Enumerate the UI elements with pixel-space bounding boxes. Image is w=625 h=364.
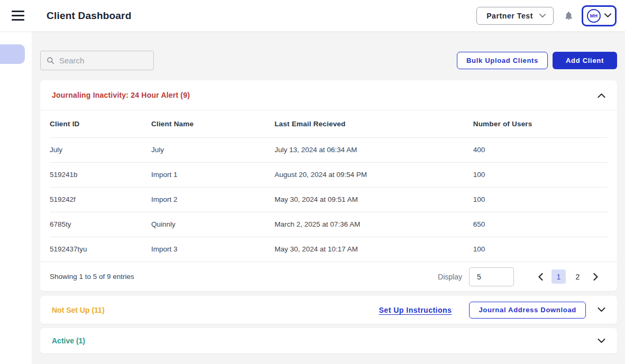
not-set-up-card: Not Set Up (11) Set Up Instructions Jour… [40,296,617,324]
user-account-menu[interactable]: MH [582,5,617,26]
expand-chevron-down-icon[interactable] [598,339,605,343]
search-input[interactable] [59,56,148,65]
left-sidebar [0,32,32,364]
sidebar-active-item-indicator[interactable] [0,44,25,64]
page-body: Bulk Upload Clients Add Client Journalin… [0,32,625,364]
col-last-email: Last Email Recieved [274,110,473,137]
clients-table-wrap: Client ID Client Name Last Email Recieve… [40,110,617,262]
table-row[interactable]: 519242f Import 2 May 30, 2024 at 09:51 A… [50,187,608,212]
main-content: Bulk Upload Clients Add Client Journalin… [32,32,625,364]
cell-client-id: July [50,137,151,162]
col-client-id: Client ID [50,110,151,137]
search-icon [47,56,54,65]
table-row[interactable]: 519241b Import 1 August 20, 2024 at 09:5… [50,162,608,187]
table-header-row: Client ID Client Name Last Email Recieve… [50,110,608,137]
col-number-users: Number of Users [473,110,608,137]
table-row[interactable]: 6785ty Quinnly March 2, 2025 at 07:36 AM… [50,212,608,237]
cell-last-email: March 2, 2025 at 07:36 AM [274,212,473,237]
partner-dropdown-label: Partner Test [486,12,533,20]
bulk-upload-clients-button[interactable]: Bulk Upload Clients [457,52,548,69]
partner-dropdown[interactable]: Partner Test [476,7,554,25]
set-up-instructions-link[interactable]: Set Up Instructions [379,306,452,314]
cell-client-name: Quinnly [151,212,274,237]
cell-client-name: Import 1 [151,162,274,187]
cell-client-id: 5192437tyu [50,237,151,262]
collapse-chevron-up-icon[interactable] [598,93,605,98]
cell-last-email: May 30, 2024 at 10:17 AM [274,237,473,262]
not-set-up-actions: Set Up Instructions Journal Address Down… [379,302,605,319]
table-row[interactable]: July July July 13, 2024 at 06:34 AM 400 [50,137,608,162]
table-footer: Showing 1 to 5 of 9 entries Display 1 2 [40,262,617,291]
table-row[interactable]: 5192437tyu Import 3 May 30, 2024 at 10:1… [50,237,608,262]
active-actions [586,339,605,343]
page-title: Client Dashboard [47,10,132,22]
not-set-up-title: Not Set Up (11) [52,306,105,314]
top-header-bar: Client Dashboard Partner Test MH [0,0,625,32]
next-page-chevron-right-icon[interactable] [590,270,602,283]
cell-number-users: 650 [473,212,608,237]
avatar: MH [587,9,601,23]
table-footer-right: Display 1 2 [438,267,602,286]
cell-number-users: 100 [473,187,608,212]
showing-entries-text: Showing 1 to 5 of 9 entries [50,273,134,281]
journaling-inactivity-title: Journaling Inactivity: 24 Hour Alert (9) [52,91,190,99]
previous-page-chevron-left-icon[interactable] [534,270,547,283]
col-client-name: Client Name [151,110,274,137]
header-right-group: Partner Test MH [476,5,617,26]
chevron-down-icon [604,13,611,18]
search-box [40,51,154,70]
cell-number-users: 400 [473,137,608,162]
cell-number-users: 100 [473,237,608,262]
display-count-input[interactable] [469,267,514,286]
active-card: Active (1) [40,328,617,353]
notifications-bell-icon[interactable] [564,10,574,22]
page-button-2[interactable]: 2 [571,269,585,284]
cell-last-email: May 30, 2024 at 09:51 AM [274,187,473,212]
cell-client-id: 519241b [50,162,151,187]
active-title: Active (1) [52,337,85,345]
cell-client-id: 519242f [50,187,151,212]
cell-number-users: 100 [473,162,608,187]
journaling-inactivity-card: Journaling Inactivity: 24 Hour Alert (9)… [40,80,617,291]
add-client-button[interactable]: Add Client [553,52,617,69]
cell-client-name: July [151,137,274,162]
journal-address-download-button[interactable]: Journal Address Download [469,302,586,319]
clients-table: Client ID Client Name Last Email Recieve… [50,110,608,262]
display-label: Display [438,273,462,281]
journaling-inactivity-header: Journaling Inactivity: 24 Hour Alert (9) [40,80,617,110]
cell-last-email: August 20, 2024 at 09:54 PM [274,162,473,187]
cell-last-email: July 13, 2024 at 06:34 AM [274,137,473,162]
toolbar: Bulk Upload Clients Add Client [40,51,617,70]
hamburger-menu-icon[interactable] [12,11,24,21]
chevron-down-icon [539,14,546,18]
cell-client-name: Import 2 [151,187,274,212]
cell-client-id: 6785ty [50,212,151,237]
cell-client-name: Import 3 [151,237,274,262]
page-button-1[interactable]: 1 [552,269,566,284]
expand-chevron-down-icon[interactable] [598,307,605,312]
pagination: 1 2 [534,269,602,284]
